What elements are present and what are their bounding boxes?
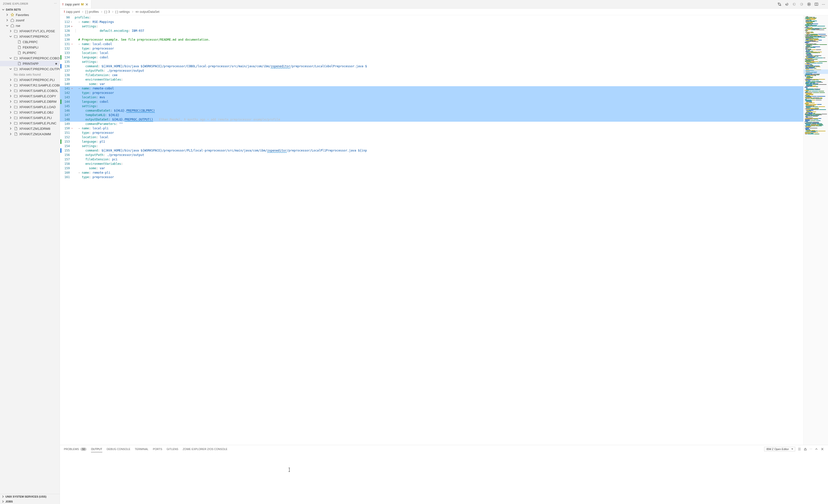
tree-item[interactable]: zosmf [0, 17, 60, 23]
next-change-icon[interactable] [800, 2, 803, 6]
sidebar-more-icon[interactable]: ⋯ [54, 2, 57, 5]
git-compare-icon[interactable] [778, 2, 781, 6]
code-line[interactable]: 157 fileExtension: pci [60, 157, 803, 162]
breadcrumb-item[interactable]: { } settings [115, 10, 130, 13]
tree-item[interactable]: XFANKIT.PREPROC [0, 34, 60, 39]
run-icon[interactable] [807, 2, 811, 6]
panel-tab-ports[interactable]: PORTS [153, 446, 162, 452]
tree-item[interactable]: CBLPRPC [0, 39, 60, 45]
editor-area: 90profiles:112 - name: RSE-Mappings114▸ … [60, 15, 828, 445]
tree-item[interactable]: XFANKIT.ZM1KA0MM [0, 131, 60, 137]
code-editor[interactable]: 90profiles:112 - name: RSE-Mappings114▸ … [60, 15, 803, 179]
tree-item[interactable]: XFANKIT.SAMPLE.COBOL [0, 88, 60, 93]
editor-scroll[interactable]: 90profiles:112 - name: RSE-Mappings114▸ … [60, 15, 803, 445]
line-number: 139 [60, 77, 72, 82]
tree-item[interactable]: XFANKIT.SAMPLE.DBRM [0, 99, 60, 104]
tree-item[interactable]: XFANKIT.SAMPLE.COPY [0, 93, 60, 99]
section-uss[interactable]: UNIX SYSTEM SERVICES (USS) [0, 494, 60, 499]
chevron-right-icon [9, 116, 12, 120]
code-line[interactable]: 142 type: preprocessor [60, 91, 803, 95]
tree-item[interactable]: FEKRNPLI [0, 45, 60, 50]
code-line[interactable]: 152 location: local [60, 135, 803, 139]
code-line[interactable]: 137 outputPath: ./preprocessor/output [60, 68, 803, 73]
tree-item[interactable]: XFANKIT.PREPROC.OUTPUT [0, 66, 60, 72]
maximize-icon[interactable] [815, 447, 818, 451]
code-line[interactable]: 136 command: ${JAVA_HOME}/bin/java ${WOR… [60, 64, 803, 68]
code-line[interactable]: 155 command: ${JAVA_HOME}/bin/java ${WOR… [60, 148, 803, 153]
code-line[interactable]: 135 settings: [60, 60, 803, 64]
tree-item[interactable]: XFANKIT.SAMPLE.OBJ [0, 109, 60, 115]
code-line[interactable]: 158 environmentVariables: [60, 162, 803, 166]
code-line[interactable]: 161 type: preprocessor [60, 175, 803, 179]
section-jobs[interactable]: JOBS [0, 499, 60, 504]
more-actions-icon[interactable]: ⋯ [822, 2, 825, 6]
code-line[interactable]: 144 language: cobol [60, 99, 803, 104]
code-line[interactable]: 131▸ - name: local-cobol [60, 42, 803, 46]
split-editor-icon[interactable] [815, 2, 818, 6]
panel-more-icon[interactable]: ⋯ [810, 448, 812, 451]
code-line[interactable]: 129 [60, 33, 803, 38]
code-line[interactable]: 139 environmentVariables: [60, 77, 803, 82]
code-line[interactable]: 130 # Preprocessor example. See file pre… [60, 38, 803, 42]
breadcrumb-item[interactable]: ! zapp.yaml [64, 10, 80, 13]
tree-item[interactable]: XFANKIT.SAMPLE.LOAD [0, 104, 60, 109]
code-line[interactable]: 145 settings: [60, 104, 803, 108]
prev-change-icon[interactable] [792, 2, 796, 6]
code-line[interactable]: 151 type: preprocessor [60, 131, 803, 135]
minimap[interactable] [803, 15, 828, 445]
output-body[interactable] [60, 453, 828, 504]
breadcrumb[interactable]: ! zapp.yaml[ ] profiles{ } 3{ } settings… [60, 9, 828, 15]
code-line[interactable]: 133 location: local [60, 51, 803, 55]
tree-item[interactable]: XFANKIT.SAMPLE.PLI [0, 115, 60, 121]
tree-item[interactable]: XFANKIT.PREPROC.PLI [0, 77, 60, 83]
filter-icon[interactable] [798, 447, 801, 451]
tree-item[interactable]: XFANKIT.R2.SAMPLE.COBOL [0, 83, 60, 88]
code-line[interactable]: 141▸ - name: remote-cobol [60, 86, 803, 91]
code-line[interactable]: 132 type: preprocessor [60, 46, 803, 51]
close-tab-icon[interactable] [85, 3, 88, 6]
breadcrumb-item[interactable]: [ ] profiles [85, 10, 99, 13]
tree-item[interactable]: XFANKIT.ZM1JDRM8 [0, 126, 60, 131]
code-line[interactable]: 140 some: var [60, 82, 803, 86]
star-filled-icon[interactable]: ★ [55, 62, 58, 65]
code-line[interactable]: 160 - name: remote-pli [60, 171, 803, 175]
revert-icon[interactable] [785, 2, 789, 6]
code-line[interactable]: 150▸ - name: local-pli [60, 126, 803, 131]
code-line[interactable]: 138 fileExtension: cee [60, 73, 803, 77]
panel-tab-zowe-explorer-z-os-console[interactable]: ZOWE EXPLORER Z/OS CONSOLE [183, 446, 227, 452]
output-channel-select[interactable]: IBM Z Open Editor [764, 447, 795, 451]
panel-tab-problems[interactable]: PROBLEMS50 [64, 446, 87, 452]
panel-tab-output[interactable]: OUTPUT [91, 446, 102, 452]
tree-item[interactable]: PLIPRPC [0, 50, 60, 55]
code-line[interactable]: 156 outputPath: ./preprocessor/output [60, 153, 803, 157]
code-line[interactable]: 128│ default.encoding: IBM-037 [60, 29, 803, 33]
code-line[interactable]: 148 outputDataSet: ${HLQ}.PREPROC.OUTPUT… [60, 117, 803, 122]
tree-item[interactable]: rse [0, 23, 60, 28]
tree-item[interactable]: Favorites [0, 12, 60, 17]
lock-icon[interactable] [803, 447, 807, 451]
tree-item[interactable]: XFANKIT.SAMPLE.PLINC [0, 121, 60, 126]
line-number: 130 [60, 38, 72, 42]
code-line[interactable]: 146 commandDataSet: ${HLQ}.PREPROC(CBLPR… [60, 108, 803, 113]
code-line[interactable]: 153 language: pl1 [60, 139, 803, 144]
panel-tab-terminal[interactable]: TERMINAL [135, 446, 149, 452]
code-line[interactable]: 90profiles: [60, 15, 803, 20]
code-line[interactable]: 134 language: cobol [60, 55, 803, 60]
code-line[interactable]: 112 - name: RSE-Mappings [60, 20, 803, 24]
code-line[interactable]: 159 some: var [60, 166, 803, 171]
code-line[interactable]: 143 location: mvs [60, 95, 803, 99]
close-panel-icon[interactable] [821, 447, 824, 451]
panel-tab-debug-console[interactable]: DEBUG CONSOLE [107, 446, 130, 452]
section-datasets[interactable]: DATA SETS [0, 7, 60, 12]
code-line[interactable]: 114▸ settings: [60, 24, 803, 29]
code-line[interactable]: 154 settings: [60, 144, 803, 148]
panel-tab-gitlens[interactable]: GITLENS [167, 446, 178, 452]
tree-item[interactable]: XFANKIT.PREPROC.COBOL [0, 55, 60, 61]
code-line[interactable]: 149 commandParameters: "" [60, 122, 803, 126]
editor-tab[interactable]: ! zapp.yaml M [60, 0, 91, 8]
breadcrumb-item[interactable]: { } 3 [104, 10, 110, 13]
tree-item[interactable]: XFANKIT.FVT.JCL.PDSE [0, 28, 60, 34]
breadcrumb-item[interactable]: outputDataSet [135, 10, 160, 13]
code-line[interactable]: 147 tempDataHLQ: ${HLQ} [60, 113, 803, 117]
tree-item[interactable]: PRINTAPP★ [0, 61, 60, 66]
